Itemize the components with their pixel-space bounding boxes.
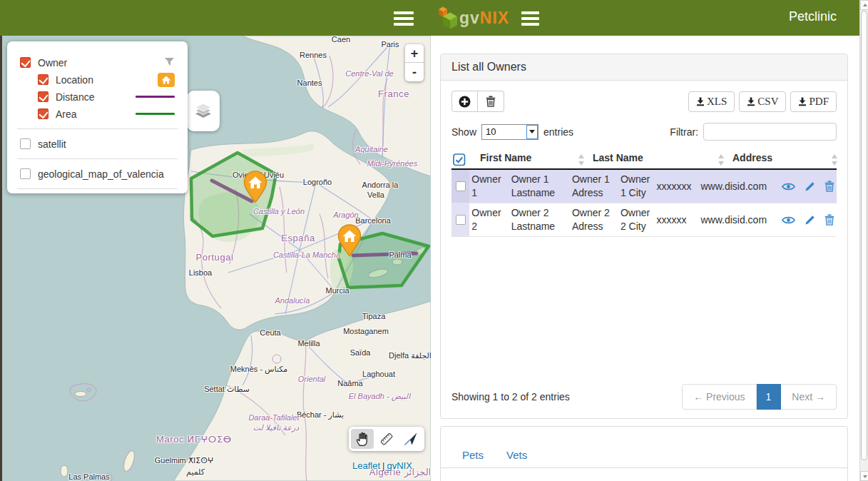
map-label: Portugal (195, 252, 233, 263)
sort-icon[interactable] (578, 154, 585, 166)
scroll-up-button[interactable] (860, 0, 868, 10)
eye-icon (782, 216, 795, 225)
city-cell: Owner 2 City (618, 205, 654, 235)
related-entities-panel: Pets Vets (440, 426, 848, 481)
geological-checkbox-unchecked[interactable] (20, 168, 31, 179)
owner-row-1[interactable]: Owner 1 Owner 1 Lastname Owner 1 Adress … (451, 170, 837, 203)
scroll-down-button[interactable] (860, 471, 868, 481)
page-scrollbar[interactable] (859, 0, 868, 481)
plus-circle-icon (459, 96, 471, 108)
sort-icon[interactable] (832, 154, 838, 166)
column-header-first-name[interactable]: First Name (480, 152, 531, 163)
export-csv-button[interactable]: CSV (739, 91, 786, 112)
column-header-last-name[interactable]: Last Name (593, 152, 643, 163)
edit-owner-button[interactable] (805, 181, 815, 192)
map-menu-icon[interactable] (394, 11, 414, 26)
download-icon (798, 97, 807, 106)
owner-location-marker-icon[interactable] (337, 224, 362, 257)
gvnix-cubes-icon (436, 4, 459, 31)
layers-control-button[interactable] (187, 91, 220, 131)
column-header-address[interactable]: Address (732, 152, 772, 163)
layer-geological[interactable]: geological_map_of_valencia (20, 166, 175, 182)
application-window: gvNIX Petclinic (0, 0, 868, 481)
gvnix-logo[interactable]: gvNIX (436, 4, 509, 31)
map-label: Lisboa (189, 268, 212, 277)
area-checkbox-checked[interactable] (38, 108, 48, 119)
location-checkbox-checked[interactable] (38, 74, 48, 85)
map-label: Meknès - مكناس (230, 365, 287, 374)
pencil-icon (805, 181, 815, 192)
map-label: Daraa-Tafilalet (248, 413, 299, 422)
sort-icon[interactable] (718, 154, 725, 166)
scrollbar-thumb[interactable] (861, 11, 867, 460)
zoom-in-button[interactable]: + (405, 44, 424, 63)
tab-vets[interactable]: Vets (495, 442, 538, 467)
map-label: Mostaganem (343, 327, 389, 335)
filter-icon[interactable] (164, 57, 175, 69)
page-1-button[interactable]: 1 (757, 384, 782, 410)
next-page-button[interactable]: Next → (781, 384, 837, 410)
export-pdf-button[interactable]: PDF (790, 91, 837, 112)
layer-owner[interactable]: Owner (20, 54, 175, 71)
previous-page-button[interactable]: ← Previous (682, 384, 756, 410)
select-dropdown-arrow[interactable] (526, 125, 538, 139)
location-home-icon (158, 73, 175, 87)
view-owner-button[interactable] (782, 182, 795, 191)
divider (17, 188, 178, 189)
pan-hand-tool-button[interactable] (351, 429, 374, 449)
layer-location[interactable]: Location (20, 71, 175, 88)
owner-checkbox-checked[interactable] (20, 57, 31, 68)
tab-pets[interactable]: Pets (451, 442, 495, 467)
edit-owner-button[interactable] (805, 215, 815, 226)
owner-location-marker-icon[interactable] (243, 171, 267, 203)
satellite-checkbox-unchecked[interactable] (20, 138, 31, 149)
layers-icon (193, 101, 213, 121)
layer-control-panel: Owner Location Distance Area (7, 41, 188, 193)
row-checkbox[interactable] (456, 215, 466, 225)
add-owner-button[interactable] (451, 91, 478, 112)
zoom-out-button[interactable]: - (405, 63, 424, 81)
map-label: Logroño (303, 178, 332, 186)
row-checkbox[interactable] (456, 181, 466, 191)
gvnix-link[interactable]: gvNIX (387, 460, 412, 471)
layer-satellite[interactable]: satellit (20, 136, 175, 152)
owner-location-marker[interactable] (243, 171, 267, 203)
page-size-select[interactable]: 10 (481, 124, 538, 140)
address-cell: Owner 1 Adress (570, 171, 618, 201)
app-menu-icon[interactable] (521, 11, 539, 26)
hand-icon (354, 431, 370, 447)
leaflet-link[interactable]: Leaflet (352, 460, 380, 471)
divider (17, 158, 178, 159)
layer-distance[interactable]: Distance (20, 88, 175, 105)
map-attribution: Leaflet|gvNIX (352, 460, 412, 471)
export-xls-button[interactable]: XLS (688, 91, 735, 112)
map-label: Midi-Pyrénées (367, 159, 417, 168)
map-label: Rennes (300, 51, 327, 59)
delete-owner-button[interactable] (824, 181, 834, 192)
distance-line-swatch (136, 96, 175, 98)
map-label: Centre-Val de (345, 69, 393, 78)
delete-owner-button[interactable] (824, 214, 834, 226)
trash-icon (486, 96, 496, 107)
map-label: Palma (389, 250, 411, 259)
download-icon (696, 97, 705, 106)
select-all-checkbox[interactable] (453, 153, 466, 168)
filter-input[interactable] (703, 123, 837, 141)
map-label: Aragón (333, 211, 358, 219)
map-label: Oriental (298, 375, 326, 383)
telephone-cell: xxxxxx (654, 212, 698, 228)
leaflet-map[interactable]: CaenParisRennesNantesCentre-Val deFrance… (0, 36, 431, 481)
measure-tool-button[interactable] (375, 429, 398, 449)
owner-location-marker[interactable] (337, 224, 362, 257)
locate-tool-button[interactable] (399, 429, 422, 449)
map-label: Paris (381, 40, 399, 49)
zoom-control: + - (405, 44, 424, 81)
delete-selected-button[interactable] (478, 91, 504, 112)
map-label: Melilla (297, 339, 320, 348)
view-owner-button[interactable] (782, 216, 795, 225)
distance-checkbox-checked[interactable] (38, 91, 48, 102)
trash-icon (824, 214, 834, 226)
owner-row-2[interactable]: Owner 2 Owner 2 Lastname Owner 2 Adress … (451, 203, 837, 237)
table-summary: Showing 1 to 2 of 2 entries (451, 391, 570, 402)
layer-area[interactable]: Area (20, 106, 175, 122)
